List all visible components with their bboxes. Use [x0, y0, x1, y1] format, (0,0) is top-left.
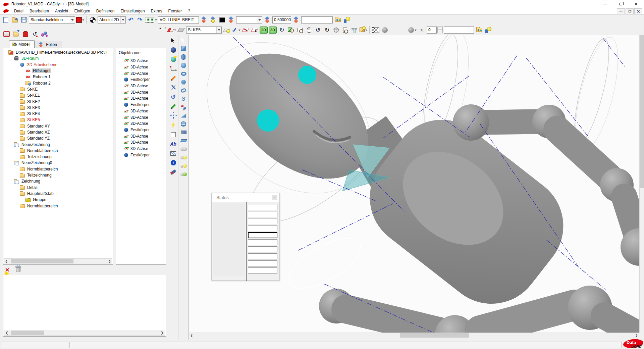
tree-item[interactable]: Detail	[3, 185, 113, 191]
status-close-button[interactable]: ✕	[272, 195, 277, 200]
menu-Einstellungen[interactable]: Einstellungen	[118, 8, 148, 14]
measure-tool-button[interactable]	[169, 83, 178, 92]
object-list-item[interactable]: 3D-Achse	[116, 146, 166, 152]
linetype-input[interactable]: VOLLLINIE_BREIT	[158, 16, 199, 23]
object-list-item[interactable]: Festkörper	[116, 127, 166, 133]
tab-folien[interactable]: Folien	[35, 41, 61, 48]
torus-primitive-button[interactable]	[179, 70, 188, 78]
menu-Extras[interactable]: Extras	[148, 8, 165, 14]
object-list-item[interactable]: 3D-Achse	[116, 120, 166, 127]
menu-Ansicht[interactable]: Ansicht	[52, 8, 71, 14]
minimize-button[interactable]	[597, 0, 613, 8]
snap-tool-button[interactable]	[169, 121, 178, 130]
tree-item[interactable]: Gruppe	[3, 197, 113, 203]
workplane-pen-button[interactable]	[241, 26, 250, 34]
black-swatch-button[interactable]	[218, 16, 226, 24]
hatch-tool-button[interactable]	[169, 149, 178, 158]
spinner-up-button[interactable]	[437, 27, 443, 30]
tree-item[interactable]: Roboter 2	[3, 80, 113, 86]
tree-item[interactable]: ××Roboter 1	[3, 74, 113, 80]
profile-primitive-button[interactable]	[179, 87, 188, 94]
tree-item[interactable]: 3D-Raum	[3, 55, 113, 61]
tree-item[interactable]: Standard XY	[3, 123, 113, 129]
object-list-item[interactable]: Festkörper	[116, 102, 166, 108]
pick-arrow-button[interactable]	[179, 36, 188, 44]
boolean-union-button[interactable]	[179, 145, 188, 153]
view-extra-input[interactable]	[444, 27, 474, 34]
cylinder-primitive-button[interactable]	[179, 53, 188, 61]
new-file-button[interactable]	[2, 16, 10, 24]
material-sphere-button[interactable]	[381, 26, 389, 34]
workplane-tools-button[interactable]	[232, 26, 240, 34]
coordinate-mode-combo[interactable]: Absolut 2D	[98, 16, 126, 23]
tree-item[interactable]: Normblattbereich	[3, 166, 113, 172]
scroll-left-arrow[interactable]: ❮	[189, 333, 194, 338]
selection-color-button[interactable]	[76, 16, 84, 24]
layer-bulb-button[interactable]	[209, 16, 217, 24]
3d-viewport[interactable]: Status ✕	[189, 35, 639, 333]
star-button[interactable]: ★	[418, 26, 426, 34]
users-bulb-button[interactable]	[343, 16, 351, 24]
sphere-tool-button[interactable]	[169, 46, 178, 54]
spheres-button[interactable]	[40, 30, 48, 38]
folder-users-button[interactable]	[475, 26, 483, 34]
menu-Definieren[interactable]: Definieren	[94, 8, 117, 14]
status-window[interactable]: Status ✕	[211, 193, 280, 281]
shell-primitive-button[interactable]	[179, 129, 188, 136]
close-button[interactable]: ✕	[628, 0, 644, 8]
line-style-combo[interactable]	[236, 16, 262, 23]
object-list-item[interactable]: 3D-Achse	[116, 64, 166, 70]
rotate-tool-button[interactable]: ↺	[169, 93, 178, 101]
save-button[interactable]	[20, 16, 28, 24]
object-list-item[interactable]: 3D-Achse	[116, 58, 166, 64]
info-tool-button[interactable]: i	[169, 158, 178, 167]
tree-item[interactable]: St-KE	[3, 86, 113, 92]
tree-item[interactable]: NeueZeichnung0	[3, 160, 113, 166]
trash-button[interactable]	[14, 265, 22, 273]
zoom-solid-button[interactable]	[287, 26, 295, 34]
users-bulb-button[interactable]	[484, 26, 492, 34]
open-file-button[interactable]	[11, 16, 19, 24]
dimension-tool-button[interactable]	[169, 130, 178, 139]
title-bar[interactable]: Roboter_V1.MOD - CADdy++ - [3D-Modell] ✕	[0, 0, 644, 8]
tree-item[interactable]: NeueZeichnung	[3, 141, 113, 147]
redo-button[interactable]: ↷	[136, 16, 144, 24]
pan-hand-button[interactable]	[305, 26, 313, 34]
rotate-edit-button[interactable]: ↺	[31, 30, 39, 38]
restore-button[interactable]	[613, 0, 628, 8]
annotation-input[interactable]	[301, 16, 333, 23]
object-list-item[interactable]: 3D-Achse	[116, 114, 166, 120]
contrast-button[interactable]	[89, 16, 97, 24]
workplane-combo[interactable]: St-KE5	[186, 27, 222, 34]
menu-Einfügen[interactable]: Einfügen	[71, 8, 93, 14]
sphere-primitive-button[interactable]	[179, 61, 188, 69]
scroll-left-arrow[interactable]: ❮	[4, 330, 9, 335]
status-window-titlebar[interactable]: Status ✕	[212, 193, 279, 202]
tab-modell[interactable]: Modell	[9, 40, 35, 48]
object-list-item[interactable]: 3D-Achse	[116, 95, 166, 102]
delete-cross-button[interactable]: ×	[3, 265, 12, 273]
loft-primitive-button[interactable]	[179, 103, 188, 111]
scroll-thumb[interactable]	[400, 333, 469, 338]
undo-button[interactable]: ↶	[127, 16, 135, 24]
add-folder-button[interactable]	[12, 30, 20, 38]
tree-item[interactable]: Normblattbereich	[3, 148, 113, 154]
helix-primitive-button[interactable]	[179, 120, 188, 128]
tree-item[interactable]: St-KE2	[3, 98, 113, 104]
grab-hand-button[interactable]	[21, 30, 30, 38]
scroll-right-arrow[interactable]: ❯	[634, 333, 639, 338]
spinner-down-button[interactable]	[437, 30, 443, 33]
object-list-item[interactable]: 3D-Achse	[116, 83, 166, 89]
tree-item[interactable]: Normblattbereich	[3, 203, 113, 209]
boolean-add-button[interactable]	[179, 154, 188, 161]
object-list-item[interactable]: Festkörper	[116, 152, 166, 158]
layer-diamond-button[interactable]	[227, 16, 235, 24]
rotate-right-button[interactable]: ↻	[323, 26, 331, 34]
tree-item[interactable]: 3D-Arbeitsebene	[3, 62, 113, 68]
scroll-right-arrow[interactable]: ❯	[107, 259, 112, 264]
sphere-select-button[interactable]	[408, 26, 417, 34]
object-list-item[interactable]: 3D-Achse	[116, 139, 166, 146]
eraser-tool-button[interactable]	[169, 168, 178, 177]
menu-Bearbeiten[interactable]: Bearbeiten	[27, 8, 52, 14]
prism-primitive-button[interactable]	[179, 78, 188, 86]
